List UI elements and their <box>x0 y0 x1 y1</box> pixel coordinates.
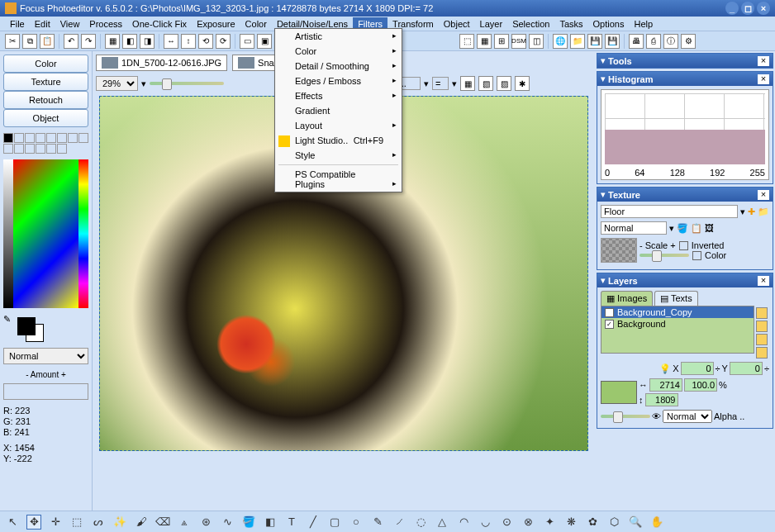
zoom-slider[interactable] <box>150 82 224 85</box>
texture-scale-slider[interactable] <box>639 254 689 257</box>
gradient-tool-icon[interactable]: ◧ <box>263 515 278 530</box>
layers-tab-images[interactable]: ▦ Images <box>601 291 653 306</box>
layer-x-input[interactable] <box>681 362 714 375</box>
undo-icon[interactable]: ↶ <box>64 34 78 49</box>
left-tab-texture[interactable]: Texture <box>3 73 88 91</box>
menu-oneclickfix[interactable]: One-Click Fix <box>127 17 192 31</box>
layer-pct-input[interactable] <box>684 378 717 392</box>
zoom-select[interactable]: 29% <box>96 76 138 91</box>
file-tab[interactable]: 1DN_5700-12-0616.JPG <box>96 55 227 71</box>
move-tool-icon[interactable]: ✥ <box>26 515 41 530</box>
minimize-button[interactable]: _ <box>725 2 739 15</box>
menu-tasks[interactable]: Tasks <box>554 17 587 31</box>
stamp-tool-icon[interactable]: ⊛ <box>198 515 213 530</box>
menu-color[interactable]: Color <box>240 17 272 31</box>
tool-icon[interactable]: ⬚ <box>459 34 474 49</box>
maximize-button[interactable]: ◻ <box>741 2 754 15</box>
tool-icon[interactable]: ▭ <box>240 34 254 49</box>
open-icon[interactable]: 📁 <box>570 34 585 49</box>
filters-menu-item[interactable]: Layout <box>275 118 402 133</box>
tool-icon[interactable]: ⬡ <box>606 515 621 530</box>
path-tool-icon[interactable]: ⟋ <box>392 515 407 530</box>
menu-process[interactable]: Process <box>84 17 127 31</box>
menu-file[interactable]: File <box>5 17 30 31</box>
hand-tool-icon[interactable]: ✋ <box>649 515 664 530</box>
menu-edit[interactable]: Edit <box>30 17 55 31</box>
left-tab-color[interactable]: Color <box>3 55 88 73</box>
copy-icon[interactable]: ⧉ <box>22 34 37 49</box>
zoom-dropdown-icon[interactable]: ▾ <box>141 78 146 89</box>
amount-input[interactable] <box>3 383 88 400</box>
color-checkbox[interactable] <box>692 251 701 260</box>
layer-y-input[interactable] <box>730 362 763 375</box>
filters-menu-item[interactable]: Artistic <box>275 29 402 44</box>
layer-item[interactable]: ✓Background_Copy <box>601 306 754 318</box>
save-icon[interactable]: 💾 <box>587 34 602 49</box>
clone-tool-icon[interactable]: ⟁ <box>177 515 192 530</box>
smudge-tool-icon[interactable]: ∿ <box>220 515 235 530</box>
line-tool-icon[interactable]: ╱ <box>306 515 321 530</box>
tool-icon[interactable]: ✿ <box>585 515 600 530</box>
text-tool-icon[interactable]: T <box>284 515 299 530</box>
tool-icon[interactable]: ▨ <box>497 76 511 91</box>
menu-object[interactable]: Object <box>439 17 475 31</box>
layer-move-down-icon[interactable] <box>756 321 768 332</box>
tool-icon[interactable]: ❋ <box>563 515 578 530</box>
close-button[interactable]: × <box>757 2 770 15</box>
crosshair-tool-icon[interactable]: ✛ <box>48 515 63 530</box>
tool-icon[interactable]: ◨ <box>140 34 155 49</box>
grid-icon[interactable]: ⊞ <box>494 34 509 49</box>
blur-tool-icon[interactable]: ◌ <box>413 515 428 530</box>
tool-icon[interactable]: ▧ <box>478 76 493 91</box>
layer-new-icon[interactable] <box>756 334 768 345</box>
layer-move-up-icon[interactable] <box>756 307 768 319</box>
close-icon[interactable]: × <box>758 276 769 286</box>
wand-tool-icon[interactable]: ✨ <box>112 515 127 530</box>
inverted-checkbox[interactable] <box>679 241 688 250</box>
tool-icon[interactable]: ▦ <box>477 34 492 49</box>
tool-icon[interactable]: ▦ <box>105 34 120 49</box>
blend-mode-select[interactable]: Normal <box>3 348 88 364</box>
left-tab-retouch[interactable]: Retouch <box>3 91 88 109</box>
shape-tool-icon[interactable]: ▢ <box>327 515 342 530</box>
left-tab-object[interactable]: Object <box>3 109 88 127</box>
menu-options[interactable]: Options <box>588 17 630 31</box>
filters-menu-item[interactable]: Style <box>275 148 402 163</box>
browser-icon[interactable]: 🌐 <box>553 34 568 49</box>
fill-tool-icon[interactable]: 🪣 <box>241 515 256 530</box>
texture-blend-select[interactable]: Normal <box>601 221 667 235</box>
layer-blend-select[interactable]: Normal <box>663 410 712 423</box>
tool-icon[interactable]: ▣ <box>257 34 272 49</box>
layer-height-input[interactable] <box>645 393 678 406</box>
filters-menu-item[interactable]: Effects <box>275 88 402 103</box>
filters-menu-item[interactable]: Gradient <box>275 103 402 118</box>
marquee-tool-icon[interactable]: ⬚ <box>69 515 84 530</box>
filters-menu-dropdown[interactable]: ArtisticColorDetail / SmoothingEdges / E… <box>274 28 402 192</box>
filters-menu-item[interactable]: Light Studio..Ctrl+F9 <box>275 133 402 148</box>
sharpen-tool-icon[interactable]: △ <box>435 515 449 530</box>
tool-icon[interactable]: ⊙ <box>499 515 514 530</box>
fg-bg-color[interactable] <box>14 317 88 342</box>
tool-icon[interactable]: ↔ <box>164 34 178 49</box>
save-all-icon[interactable]: 💾 <box>605 34 620 49</box>
tool-icon[interactable]: ▦ <box>460 76 475 91</box>
tool-icon[interactable]: ⟲ <box>198 34 213 49</box>
combo-dropdown-icon[interactable]: ▾ <box>452 78 457 89</box>
eyedropper-tool-icon[interactable]: ✎ <box>370 515 385 530</box>
tool-icon[interactable]: ⟳ <box>216 34 231 49</box>
arrow-tool-icon[interactable]: ↖ <box>5 515 20 530</box>
lasso-tool-icon[interactable]: ᔕ <box>91 515 106 530</box>
paste-icon[interactable]: 📋 <box>40 34 55 49</box>
menu-selection[interactable]: Selection <box>507 17 554 31</box>
folder-icon[interactable]: 📁 <box>758 207 769 217</box>
add-icon[interactable]: ✚ <box>748 207 755 217</box>
color-picker[interactable] <box>3 159 88 308</box>
close-icon[interactable]: × <box>758 190 769 200</box>
menu-view[interactable]: View <box>55 17 85 31</box>
filters-menu-item[interactable]: Color <box>275 44 402 59</box>
brush-tool-icon[interactable]: 🖌 <box>134 515 149 530</box>
tool-icon[interactable]: DSM <box>511 34 526 49</box>
filters-menu-item[interactable]: Edges / Emboss <box>275 74 402 88</box>
tool-icon[interactable]: ⊗ <box>521 515 535 530</box>
tool-icon[interactable]: ◠ <box>456 515 471 530</box>
